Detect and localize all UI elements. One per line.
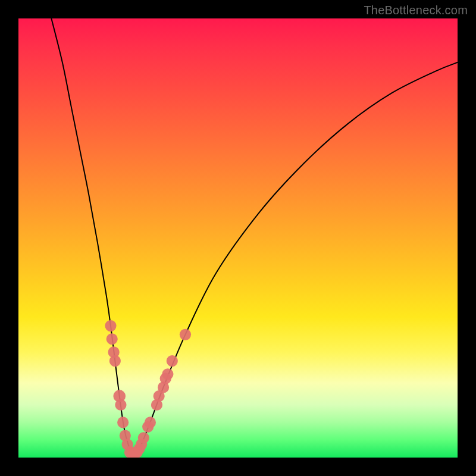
data-marker	[107, 333, 118, 345]
curve-layer	[18, 18, 458, 458]
plot-area	[18, 18, 458, 458]
data-marker	[138, 432, 149, 443]
data-marker	[180, 329, 191, 340]
data-marker	[105, 320, 116, 331]
data-marker	[162, 368, 173, 380]
watermark-text: TheBottleneck.com	[364, 4, 468, 17]
data-marker	[145, 416, 156, 428]
data-marker	[167, 355, 178, 367]
data-marker	[109, 355, 121, 367]
data-marker	[115, 399, 126, 411]
chart-frame: TheBottleneck.com	[0, 0, 476, 476]
data-marker	[117, 416, 129, 428]
bottleneck-curve	[51, 18, 458, 454]
